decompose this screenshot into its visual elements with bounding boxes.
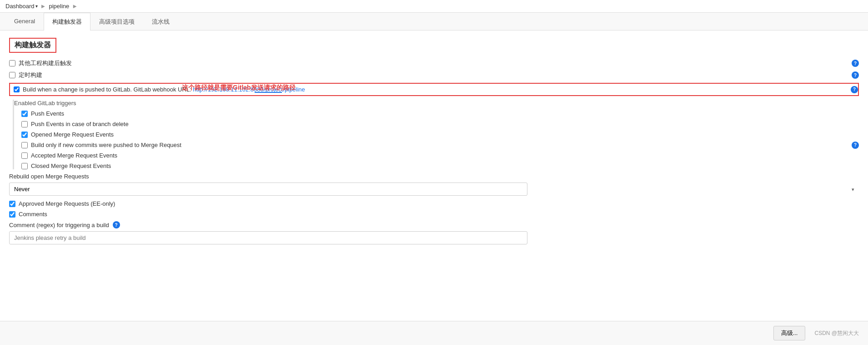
scheduled-build-label[interactable]: 定时构建 — [9, 71, 42, 79]
tab-advanced-options[interactable]: 高级项目选项 — [90, 13, 143, 30]
accepted-merge-request-row: Accepted Merge Request Events — [21, 152, 859, 159]
rebuild-select-wrapper: Never Every Push Only Opened ▾ — [9, 183, 859, 196]
build-only-new-commits-row: Build only if new commits were pushed to… — [21, 142, 859, 148]
scheduled-build-help-icon[interactable]: ? — [852, 71, 859, 79]
content-area: General 构建触发器 高级项目选项 流水线 构建触发器 其他工程构建后触发… — [0, 13, 868, 343]
push-events-checkbox[interactable] — [21, 111, 28, 117]
build-when-pushed-checkbox[interactable] — [14, 86, 20, 92]
bottom-right: 高级... CSDN @慧闲大大 — [773, 326, 859, 340]
build-when-pushed-help-icon[interactable]: ? — [851, 86, 858, 93]
top-nav: Dashboard ▾ ► pipeline ► — [0, 0, 868, 13]
scheduled-build-row: 定时构建 ? — [9, 71, 859, 79]
advanced-button[interactable]: 高级... — [773, 326, 806, 340]
build-only-new-commits-checkbox[interactable] — [21, 142, 28, 148]
tab-build-triggers[interactable]: 构建触发器 — [44, 13, 90, 30]
select-arrow-icon: ▾ — [852, 186, 854, 192]
push-events-branch-delete-label[interactable]: Push Events in case of branch delete — [21, 121, 129, 127]
build-when-pushed-label[interactable]: Build when a change is pushed to GitLab.… — [23, 86, 305, 93]
comments-label[interactable]: Comments — [9, 211, 47, 218]
csdn-watermark: CSDN @慧闲大大 — [814, 330, 859, 337]
comment-regex-label: Comment (regex) for triggering a build — [9, 222, 109, 228]
closed-merge-request-checkbox[interactable] — [21, 163, 28, 169]
push-events-label[interactable]: Push Events — [21, 110, 64, 117]
dashboard-link[interactable]: Dashboard — [5, 3, 35, 10]
section-title: 构建触发器 — [9, 38, 56, 53]
closed-merge-request-row: Closed Merge Request Events — [21, 162, 859, 169]
rebuild-select[interactable]: Never Every Push Only Opened — [9, 183, 527, 196]
approved-merge-label[interactable]: Approved Merge Requests (EE-only) — [9, 200, 115, 207]
rebuild-label: Rebuild open Merge Requests — [9, 173, 859, 180]
tab-pipeline[interactable]: 流水线 — [143, 13, 178, 30]
tab-general[interactable]: General — [5, 13, 44, 30]
webhook-url-link[interactable]: http://192.168.11.102:8080/project/pipel… — [193, 86, 305, 93]
comments-checkbox[interactable] — [9, 211, 15, 218]
build-only-new-commits-help-icon[interactable]: ? — [852, 142, 859, 149]
other-project-label[interactable]: 其他工程构建后触发 — [9, 59, 72, 67]
content-body: 构建触发器 其他工程构建后触发 ? 定时构建 ? — [0, 30, 868, 252]
opened-merge-request-row: Opened Merge Request Events — [21, 131, 859, 138]
other-project-checkbox[interactable] — [9, 60, 15, 66]
nav-arrow: ► — [72, 3, 78, 10]
gitlab-triggers-section: Enabled GitLab triggers Push Events Push… — [13, 100, 859, 169]
pipeline-link[interactable]: pipeline — [49, 3, 69, 10]
accepted-merge-request-label[interactable]: Accepted Merge Request Events — [21, 152, 117, 159]
opened-merge-request-label[interactable]: Opened Merge Request Events — [21, 131, 114, 138]
opened-merge-request-checkbox[interactable] — [21, 132, 28, 138]
build-only-new-commits-label[interactable]: Build only if new commits were pushed to… — [21, 142, 181, 148]
nav-dropdown-icon[interactable]: ▾ — [35, 4, 38, 9]
bottom-bar: 高级... CSDN @慧闲大大 — [0, 321, 868, 343]
push-events-branch-delete-checkbox[interactable] — [21, 121, 28, 127]
gitlab-triggers-label: Enabled GitLab triggers — [14, 100, 859, 107]
main-container: General 构建触发器 高级项目选项 流水线 构建触发器 其他工程构建后触发… — [0, 13, 868, 343]
comment-regex-help-icon[interactable]: ? — [113, 221, 120, 228]
comment-regex-row: Comment (regex) for triggering a build ? — [9, 221, 859, 228]
other-project-row: 其他工程构建后触发 ? — [9, 59, 859, 67]
tabs-bar: General 构建触发器 高级项目选项 流水线 — [0, 13, 868, 30]
comment-regex-input[interactable] — [9, 231, 527, 244]
comments-row: Comments — [9, 211, 859, 218]
push-events-branch-delete-row: Push Events in case of branch delete — [21, 121, 859, 127]
accepted-merge-request-checkbox[interactable] — [21, 152, 28, 159]
push-events-row: Push Events — [21, 110, 859, 117]
build-when-pushed-row: Build when a change is pushed to GitLab.… — [9, 83, 859, 96]
approved-merge-checkbox[interactable] — [9, 201, 15, 207]
breadcrumb-separator: ► — [40, 3, 46, 10]
closed-merge-request-label[interactable]: Closed Merge Request Events — [21, 162, 111, 169]
other-project-help-icon[interactable]: ? — [852, 60, 859, 67]
scheduled-build-checkbox[interactable] — [9, 72, 15, 78]
approved-merge-row: Approved Merge Requests (EE-only) — [9, 200, 859, 207]
